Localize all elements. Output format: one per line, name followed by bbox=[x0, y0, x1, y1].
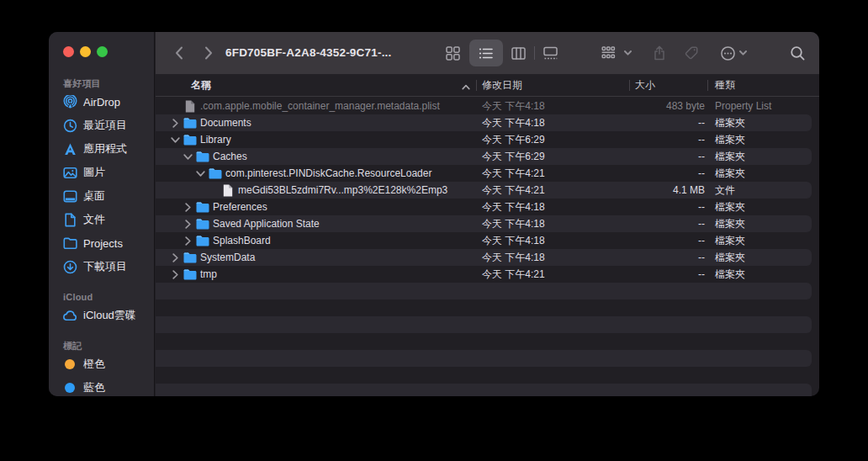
column-divider[interactable] bbox=[476, 80, 477, 91]
file-name: Library bbox=[200, 134, 231, 146]
column-header-date[interactable]: 修改日期 bbox=[482, 75, 522, 96]
table-row[interactable]: .com.apple.mobile_container_manager.meta… bbox=[156, 98, 819, 114]
folder-icon bbox=[183, 135, 197, 146]
file-name-cell: tmp bbox=[170, 266, 217, 283]
table-row[interactable]: Caches 今天 下午6:29 -- 檔案夾 bbox=[156, 148, 819, 165]
view-grid-button[interactable] bbox=[440, 41, 465, 65]
disclosure-triangle-icon[interactable] bbox=[170, 270, 181, 279]
file-name-cell: Preferences bbox=[183, 199, 267, 215]
file-kind: 檔案夾 bbox=[715, 148, 745, 165]
zoom-window-button[interactable] bbox=[97, 46, 108, 57]
file-name: Caches bbox=[213, 151, 247, 162]
disclosure-triangle-icon[interactable] bbox=[170, 253, 181, 262]
grid-view-icon bbox=[446, 46, 460, 61]
share-icon bbox=[653, 45, 666, 61]
sidebar-item-label: 下載項目 bbox=[83, 259, 127, 274]
airdrop-icon bbox=[63, 95, 77, 109]
search-button[interactable] bbox=[785, 41, 810, 65]
more-chevron[interactable] bbox=[734, 41, 751, 65]
file-size: -- bbox=[631, 249, 705, 266]
table-row[interactable]: SystemData 今天 下午4:18 -- 檔案夾 bbox=[156, 249, 819, 266]
share-button[interactable] bbox=[647, 41, 672, 65]
toolbar: 6FD705BF-A2A8-4352-9C71-... bbox=[156, 32, 819, 75]
sidebar-item-桌面[interactable]: 桌面 bbox=[49, 184, 154, 208]
file-name: SystemData bbox=[200, 252, 255, 263]
sidebar-item-橙色[interactable]: 橙色 bbox=[49, 352, 154, 376]
disclosure-triangle-icon[interactable] bbox=[170, 119, 181, 128]
download-icon bbox=[61, 259, 79, 274]
sidebar-item-最近項目[interactable]: 最近項目 bbox=[49, 114, 154, 137]
table-row[interactable]: Library 今天 下午6:29 -- 檔案夾 bbox=[156, 131, 819, 148]
file-size: 4.1 MB bbox=[631, 182, 705, 199]
disclosure-triangle-icon[interactable] bbox=[183, 203, 193, 212]
back-button[interactable] bbox=[167, 41, 192, 65]
chevron-left-icon bbox=[174, 45, 184, 61]
folder-icon bbox=[183, 252, 197, 263]
sidebar-item-應用程式[interactable]: 應用程式 bbox=[49, 137, 154, 161]
group-button[interactable] bbox=[595, 41, 621, 65]
column-header-kind[interactable]: 種類 bbox=[715, 75, 735, 96]
sidebar-item-label: AirDrop bbox=[83, 96, 120, 109]
sidebar-item-label: Projects bbox=[83, 237, 123, 250]
sidebar-item-projects[interactable]: Projects bbox=[49, 231, 154, 255]
download-icon bbox=[63, 260, 77, 274]
disclosure-triangle-icon[interactable] bbox=[195, 169, 206, 178]
tags-button[interactable] bbox=[679, 41, 704, 65]
file-name: tmp bbox=[200, 268, 217, 280]
table-row[interactable]: Documents 今天 下午4:18 -- 檔案夾 bbox=[156, 114, 819, 131]
close-window-button[interactable] bbox=[63, 46, 74, 57]
sidebar-item-下載項目[interactable]: 下載項目 bbox=[49, 255, 154, 278]
sidebar-item-airdrop[interactable]: AirDrop bbox=[49, 90, 154, 114]
table-row[interactable]: Saved Application State 今天 下午4:18 -- 檔案夾 bbox=[156, 215, 819, 232]
table-row[interactable]: com.pinterest.PINDiskCache.ResourceLoade… bbox=[156, 165, 819, 182]
document-icon bbox=[63, 213, 77, 227]
column-header-size[interactable]: 大小 bbox=[635, 75, 655, 96]
disclosure-triangle-icon[interactable] bbox=[183, 220, 193, 229]
airdrop-icon bbox=[61, 94, 79, 109]
sidebar-section-title: iCloud bbox=[49, 290, 154, 304]
column-divider[interactable] bbox=[629, 80, 630, 91]
table-row[interactable]: Preferences 今天 下午4:18 -- 檔案夾 bbox=[156, 199, 819, 215]
file-icon bbox=[223, 184, 233, 197]
disclosure-triangle-icon[interactable] bbox=[170, 135, 181, 145]
sidebar-section-title: 標記 bbox=[49, 339, 154, 352]
file-size: -- bbox=[631, 232, 705, 249]
table-row[interactable]: tmp 今天 下午4:21 -- 檔案夾 bbox=[156, 266, 819, 283]
sidebar-item-icloud雲碟[interactable]: iCloud雲碟 bbox=[49, 304, 154, 327]
table-row[interactable]: meGdi53BL5zdmi7Rv...mp3%2E128k%2Emp3 今天 … bbox=[156, 182, 819, 199]
file-name: Saved Application State bbox=[213, 218, 320, 230]
sidebar-item-label: 文件 bbox=[83, 212, 105, 227]
file-name: Preferences bbox=[213, 201, 267, 213]
file-date: 今天 下午4:18 bbox=[482, 215, 545, 232]
view-columns-button[interactable] bbox=[505, 41, 531, 65]
view-gallery-button[interactable] bbox=[537, 41, 563, 65]
pictures-icon bbox=[63, 166, 77, 180]
sidebar-item-圖片[interactable]: 圖片 bbox=[49, 161, 154, 184]
table-row[interactable]: SplashBoard 今天 下午4:18 -- 檔案夾 bbox=[156, 232, 819, 249]
sidebar-item-label: 藍色 bbox=[83, 380, 105, 395]
segment-separator bbox=[534, 46, 535, 60]
group-chevron[interactable] bbox=[619, 41, 636, 65]
disclosure-triangle-icon[interactable] bbox=[183, 236, 193, 246]
sidebar-item-藍色[interactable]: 藍色 bbox=[49, 376, 154, 396]
file-date: 今天 下午4:18 bbox=[482, 114, 545, 131]
folder-icon bbox=[196, 219, 209, 230]
column-divider[interactable] bbox=[707, 80, 708, 91]
cloud-icon bbox=[61, 308, 79, 323]
cloud-icon bbox=[62, 309, 77, 323]
sidebar-item-label: 橙色 bbox=[83, 357, 105, 372]
window-controls bbox=[63, 46, 108, 57]
file-date: 今天 下午4:21 bbox=[482, 165, 545, 182]
disclosure-triangle-icon[interactable] bbox=[183, 152, 193, 162]
minimize-window-button[interactable] bbox=[80, 46, 91, 57]
sidebar-item-文件[interactable]: 文件 bbox=[49, 208, 154, 231]
forward-button[interactable] bbox=[196, 41, 221, 65]
window-title: 6FD705BF-A2A8-4352-9C71-... bbox=[225, 32, 391, 74]
finder-content: 6FD705BF-A2A8-4352-9C71-... bbox=[156, 32, 819, 396]
folder-outline-icon bbox=[63, 236, 77, 251]
column-header-name[interactable]: 名稱 bbox=[191, 75, 211, 96]
view-list-button[interactable] bbox=[473, 41, 498, 65]
empty-row bbox=[156, 316, 819, 333]
file-kind: 檔案夾 bbox=[715, 232, 745, 249]
folder-icon bbox=[196, 236, 209, 246]
